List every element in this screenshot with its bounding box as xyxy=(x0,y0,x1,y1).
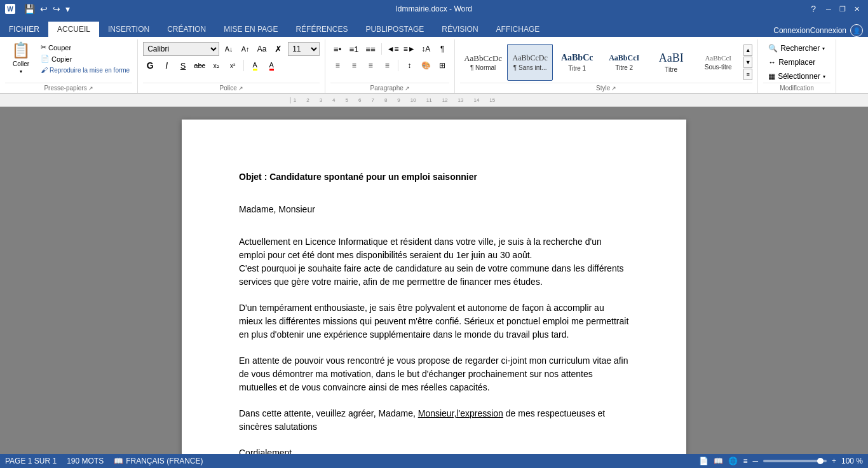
help-button[interactable]: ? xyxy=(811,4,816,14)
search-icon: 🔍 xyxy=(768,44,778,53)
connexion-label[interactable]: Connexion xyxy=(810,26,846,35)
save-button[interactable]: 💾 xyxy=(23,3,36,15)
font-name-select[interactable]: Calibri xyxy=(143,42,219,56)
style-titre1[interactable]: AaBbCc Titre 1 xyxy=(554,44,600,81)
window-controls: ? ─ ❒ ✕ xyxy=(811,4,863,14)
document-area[interactable]: Objet : Candidature spontané pour un emp… xyxy=(0,107,868,464)
font-expand-icon[interactable]: ↗ xyxy=(238,85,243,92)
bullets-button[interactable]: ≡• xyxy=(330,42,344,56)
font-color-button[interactable]: A xyxy=(264,59,278,72)
sort-button[interactable]: ↕A xyxy=(419,42,433,56)
clipboard-group: 📋 Coller ▾ ✂ Couper 📄 Copier xyxy=(0,39,138,93)
style-titre[interactable]: AaBI Titre xyxy=(648,44,694,81)
italic-button[interactable]: I xyxy=(159,59,173,72)
font-shrink-button[interactable]: A↓ xyxy=(222,42,236,56)
zoom-out-button[interactable]: ─ xyxy=(752,457,758,465)
format-painter-button[interactable]: 🖌 Reproduire la mise en forme xyxy=(38,65,132,75)
paragraph-expand-icon[interactable]: ↗ xyxy=(405,85,410,92)
ruler-mark: 8 xyxy=(384,97,387,103)
para-row-2: ≡ ≡ ≡ ≡ ↕ 🎨 ⊞ xyxy=(330,59,449,72)
subscript-button[interactable]: x₂ xyxy=(209,59,223,72)
font-group: Calibri A↓ A↑ Aa ✗ 11 G I S a xyxy=(138,39,325,93)
tab-references[interactable]: RÉFÉRENCES xyxy=(287,22,356,37)
borders-button[interactable]: ⊞ xyxy=(435,59,449,72)
numbering-button[interactable]: ≡1 xyxy=(347,42,361,56)
tab-mise-en-page[interactable]: MISE EN PAGE xyxy=(215,22,287,37)
style-more-button[interactable]: ≡ xyxy=(743,69,752,80)
shading-button[interactable]: 🎨 xyxy=(419,59,433,72)
paste-button[interactable]: 📋 Coller ▾ xyxy=(5,42,37,74)
style-titre2[interactable]: AaBbCcI Titre 2 xyxy=(601,44,647,81)
undo-button[interactable]: ↩ xyxy=(39,3,49,15)
customize-qat-button[interactable]: ▾ xyxy=(64,3,71,15)
decrease-indent-button[interactable]: ◄≡ xyxy=(386,42,400,56)
case-button[interactable]: Aa xyxy=(255,42,269,56)
style-sous-titre[interactable]: AaBbCcI Sous-titre xyxy=(695,44,741,81)
tab-revision[interactable]: RÉVISION xyxy=(433,22,487,37)
superscript-button[interactable]: x² xyxy=(226,59,240,72)
style-sans-interligne[interactable]: AaBbCcDc ¶ Sans int... xyxy=(507,44,553,81)
paste-dropdown-arrow: ▾ xyxy=(20,69,22,74)
ruler: │ 1 2 3 4 5 6 7 8 9 10 11 12 13 14 15 xyxy=(0,94,868,107)
view-normal-icon[interactable]: 📄 xyxy=(699,457,709,465)
align-center-button[interactable]: ≡ xyxy=(347,59,361,72)
document-content[interactable]: Objet : Candidature spontané pour un emp… xyxy=(239,170,629,464)
show-marks-button[interactable]: ¶ xyxy=(435,42,449,56)
cut-button[interactable]: ✂ Couper xyxy=(38,42,132,53)
ruler-mark: 12 xyxy=(442,97,448,103)
bold-button[interactable]: G xyxy=(143,59,157,72)
redo-button[interactable]: ↪ xyxy=(51,3,62,15)
clipboard-expand-icon[interactable]: ↗ xyxy=(88,85,93,92)
strikethrough-button[interactable]: abc xyxy=(193,59,207,72)
copy-button[interactable]: 📄 Copier xyxy=(38,53,132,64)
ruler-container: │ 1 2 3 4 5 6 7 8 9 10 11 12 13 14 15 xyxy=(140,97,644,103)
tab-creation[interactable]: CRÉATION xyxy=(158,22,215,37)
tab-fichier[interactable]: FICHIER xyxy=(0,22,48,37)
tab-accueil[interactable]: ACCUEIL xyxy=(48,22,99,37)
clear-format-button[interactable]: ✗ xyxy=(271,42,285,56)
font-separator xyxy=(243,60,244,71)
selectionner-button[interactable]: ▦ Sélectionner ▾ xyxy=(763,70,831,83)
font-size-select[interactable]: 11 xyxy=(288,42,320,56)
ruler-mark: 1 xyxy=(294,97,296,103)
copy-label: Copier xyxy=(51,55,72,63)
view-web-icon[interactable]: 🌐 xyxy=(728,457,738,465)
style-sans-label: ¶ Sans int... xyxy=(513,64,547,71)
style-scroll-down[interactable]: ▼ xyxy=(743,57,752,68)
tab-publipostage[interactable]: PUBLIPOSTAGE xyxy=(356,22,433,37)
style-normal[interactable]: AaBbCcDc ¶ Normal xyxy=(460,44,506,81)
line-spacing-button[interactable]: ↕ xyxy=(402,59,416,72)
align-left-button[interactable]: ≡ xyxy=(330,59,344,72)
remplacer-button[interactable]: ↔ Remplacer xyxy=(763,56,820,69)
ruler-mark: 15 xyxy=(489,97,495,103)
rechercher-button[interactable]: 🔍 Rechercher ▾ xyxy=(763,42,830,55)
minimize-button[interactable]: ─ xyxy=(822,4,835,14)
view-read-icon[interactable]: 📖 xyxy=(714,457,723,465)
style-titre2-label: Titre 2 xyxy=(615,64,633,71)
close-button[interactable]: ✕ xyxy=(850,4,863,14)
underline-button[interactable]: S xyxy=(176,59,190,72)
connexion-button[interactable]: Connexion xyxy=(773,26,810,35)
zoom-thumb[interactable] xyxy=(817,458,824,464)
tab-insertion[interactable]: INSERTION xyxy=(99,22,158,37)
tab-bar: FICHIER ACCUEIL INSERTION CRÉATION MISE … xyxy=(0,18,868,37)
increase-indent-button[interactable]: ≡► xyxy=(402,42,416,56)
style-normal-preview: AaBbCcDc xyxy=(464,53,502,64)
para-separator-2 xyxy=(398,60,398,71)
title-bar-left: W 💾 ↩ ↪ ▾ xyxy=(5,3,71,15)
text-highlight-button[interactable]: A xyxy=(248,59,262,72)
clipboard-content: 📋 Coller ▾ ✂ Couper 📄 Copier xyxy=(5,42,132,83)
zoom-slider[interactable] xyxy=(763,460,827,462)
view-outline-icon[interactable]: ≡ xyxy=(743,457,747,465)
style-expand-icon[interactable]: ↗ xyxy=(611,85,616,92)
user-avatar: 👤 xyxy=(850,24,863,37)
align-right-button[interactable]: ≡ xyxy=(363,59,377,72)
tab-affichage[interactable]: AFFICHAGE xyxy=(487,22,549,37)
style-titre-main-label: Titre xyxy=(665,66,677,73)
font-grow-button[interactable]: A↑ xyxy=(238,42,252,56)
style-scroll-up[interactable]: ▲ xyxy=(743,45,752,56)
restore-button[interactable]: ❒ xyxy=(836,4,849,14)
multilevel-list-button[interactable]: ≡≡ xyxy=(363,42,377,56)
justify-button[interactable]: ≡ xyxy=(380,59,394,72)
zoom-in-button[interactable]: + xyxy=(832,457,836,465)
